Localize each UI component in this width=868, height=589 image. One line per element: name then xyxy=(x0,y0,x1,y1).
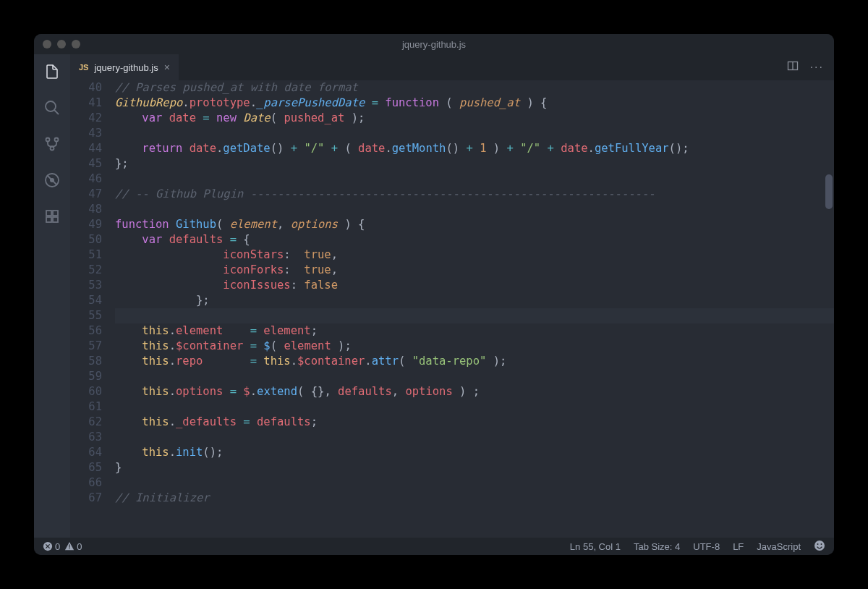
minimize-window-button[interactable] xyxy=(57,40,66,48)
line-number: 40 xyxy=(70,80,102,96)
line-number: 53 xyxy=(70,278,102,293)
more-actions-icon[interactable]: ··· xyxy=(810,61,824,74)
code-line[interactable] xyxy=(115,202,834,217)
line-number: 63 xyxy=(70,430,102,445)
line-number: 59 xyxy=(70,369,102,384)
code-line[interactable] xyxy=(115,430,834,445)
js-file-icon: JS xyxy=(79,63,88,72)
explorer-icon[interactable] xyxy=(42,62,62,82)
code-line[interactable]: this.repo = this.$container.attr( "data-… xyxy=(115,354,834,369)
tab-jquery-github[interactable]: JS jquery-github.js × xyxy=(70,54,179,80)
line-number: 44 xyxy=(70,141,102,156)
line-number: 50 xyxy=(70,232,102,247)
code-line[interactable]: var date = new Date( pushed_at ); xyxy=(115,111,834,126)
line-number: 56 xyxy=(70,323,102,339)
line-number: 52 xyxy=(70,263,102,278)
line-number: 43 xyxy=(70,126,102,141)
cursor-position[interactable]: Ln 55, Col 1 xyxy=(570,541,621,552)
svg-rect-11 xyxy=(53,217,58,222)
svg-rect-16 xyxy=(69,548,70,549)
close-tab-icon[interactable]: × xyxy=(164,62,170,73)
line-number: 67 xyxy=(70,491,102,506)
line-number: 48 xyxy=(70,202,102,217)
line-number: 42 xyxy=(70,111,102,126)
code-line[interactable] xyxy=(115,308,834,323)
code-line[interactable]: var defaults = { xyxy=(115,232,834,247)
line-number: 54 xyxy=(70,293,102,308)
titlebar: jquery-github.js xyxy=(34,34,834,54)
code-line[interactable]: }; xyxy=(115,293,834,308)
close-window-button[interactable] xyxy=(43,40,51,48)
code-line[interactable] xyxy=(115,399,834,415)
window-title: jquery-github.js xyxy=(402,39,466,50)
maximize-window-button[interactable] xyxy=(72,40,80,48)
line-number: 65 xyxy=(70,460,102,475)
svg-point-18 xyxy=(817,543,819,545)
svg-rect-9 xyxy=(53,211,58,216)
code-line[interactable] xyxy=(115,475,834,491)
code-line[interactable]: // Initializer xyxy=(115,491,834,506)
search-icon[interactable] xyxy=(42,98,62,118)
scrollbar-thumb[interactable] xyxy=(825,174,833,209)
tab-bar: JS jquery-github.js × ··· xyxy=(70,54,834,80)
tab-label: jquery-github.js xyxy=(94,62,158,73)
svg-point-0 xyxy=(46,101,56,111)
code-line[interactable]: this.init(); xyxy=(115,445,834,460)
code-content[interactable]: // Parses pushed_at with date formatGith… xyxy=(115,80,834,538)
line-number: 51 xyxy=(70,247,102,263)
line-number: 64 xyxy=(70,445,102,460)
code-line[interactable]: } xyxy=(115,460,834,475)
code-line[interactable]: // -- Github Plugin --------------------… xyxy=(115,187,834,202)
window-controls xyxy=(34,40,80,48)
line-number: 58 xyxy=(70,354,102,369)
line-number: 61 xyxy=(70,399,102,415)
debug-icon[interactable] xyxy=(42,170,62,190)
code-line[interactable]: GithubRepo.prototype._parsePushedDate = … xyxy=(115,96,834,111)
svg-point-7 xyxy=(50,178,54,182)
code-line[interactable]: this._defaults = defaults; xyxy=(115,415,834,430)
source-control-icon[interactable] xyxy=(42,134,62,154)
svg-rect-15 xyxy=(69,544,70,547)
status-bar: 0 0 Ln 55, Col 1 Tab Size: 4 UTF-8 LF Ja… xyxy=(34,538,834,555)
code-line[interactable]: iconForks: true, xyxy=(115,263,834,278)
editor-window: jquery-github.js JS jquery xyxy=(34,34,834,555)
code-line[interactable]: this.options = $.extend( {}, defaults, o… xyxy=(115,384,834,399)
code-line[interactable]: // Parses pushed_at with date format xyxy=(115,80,834,96)
code-line[interactable]: return date.getDate() + "/" + ( date.get… xyxy=(115,141,834,156)
code-line[interactable]: iconStars: true, xyxy=(115,247,834,263)
warnings-indicator[interactable]: 0 xyxy=(64,541,82,552)
language-picker[interactable]: JavaScript xyxy=(757,541,801,552)
extensions-icon[interactable] xyxy=(42,206,62,226)
line-number: 66 xyxy=(70,475,102,491)
line-number: 46 xyxy=(70,171,102,187)
code-line[interactable]: iconIssues: false xyxy=(115,278,834,293)
svg-rect-8 xyxy=(46,211,51,216)
svg-point-17 xyxy=(814,541,825,551)
indentation-picker[interactable]: Tab Size: 4 xyxy=(634,541,680,552)
svg-rect-10 xyxy=(46,217,51,222)
code-line[interactable]: }; xyxy=(115,156,834,171)
code-line[interactable]: function Github( element, options ) { xyxy=(115,217,834,232)
line-number: 55 xyxy=(70,308,102,323)
code-line[interactable]: this.$container = $( element ); xyxy=(115,339,834,354)
code-line[interactable] xyxy=(115,171,834,187)
line-number: 60 xyxy=(70,384,102,399)
line-number: 45 xyxy=(70,156,102,171)
line-number: 62 xyxy=(70,415,102,430)
errors-indicator[interactable]: 0 xyxy=(43,541,60,552)
line-number: 41 xyxy=(70,96,102,111)
line-number: 47 xyxy=(70,187,102,202)
code-line[interactable] xyxy=(115,126,834,141)
encoding-picker[interactable]: UTF-8 xyxy=(693,541,720,552)
eol-picker[interactable]: LF xyxy=(733,541,744,552)
split-editor-icon[interactable] xyxy=(787,60,799,75)
line-number: 57 xyxy=(70,339,102,354)
code-line[interactable]: this.element = element; xyxy=(115,323,834,339)
line-number: 49 xyxy=(70,217,102,232)
activity-bar xyxy=(34,54,70,538)
code-editor[interactable]: 4041424344454647484950515253545556575859… xyxy=(70,80,834,538)
line-number-gutter: 4041424344454647484950515253545556575859… xyxy=(70,80,115,538)
code-line[interactable] xyxy=(115,369,834,384)
feedback-icon[interactable] xyxy=(814,540,825,554)
svg-point-19 xyxy=(821,543,822,545)
